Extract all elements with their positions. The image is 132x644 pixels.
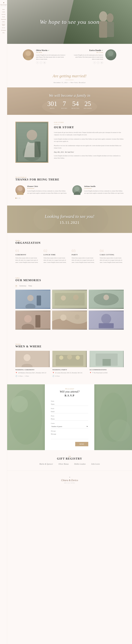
thanks-nav-dot-2[interactable] [17,198,18,199]
thanks-title: THANKS FOR BEING THERE [15,178,124,181]
memories-pre-label: Gallery [15,277,124,279]
memories-filters: All Ceremony Party [15,284,124,287]
accommodation-title: ACCOMMODATIONS [90,369,124,370]
thanks-desc-2: Lorem fringilla tincidunt at id risus co… [84,190,124,194]
bride-info: Olivia Martin ✓ The Bride Lorem Fringill… [36,49,67,64]
memory-item-6[interactable] [89,310,124,330]
svg-point-37 [60,314,67,321]
countdown-numbers: 301 DAYS 7 HOURS 54 MINUTES 25 SECONDS [47,100,92,109]
gift-logo-3[interactable]: Hobbs London [74,463,86,465]
hero-section: We hope to see you soon [7,0,132,44]
seconds-label: SECONDS [84,108,92,109]
memory-item-4[interactable] [15,310,50,330]
nav-friends[interactable]: Friends [1,16,7,18]
story-image [15,122,48,163]
nav-gift[interactable]: Gift Registry [1,30,7,31]
svg-point-31 [104,294,109,300]
bride-instagram-link[interactable]: in [43,61,46,64]
rsvp-phone-input[interactable] [51,417,88,421]
rsvp-title-italic: Will you attend? [51,390,88,394]
org-step-lunch: 02 LUNCH TIME Oisila these ipsum dolor s… [44,248,68,264]
sidebar-navigation: Home Couple Our Story Friends Organizati… [1,9,7,34]
story-para-2: Lorem fringilla tincidunt at id risus co… [54,138,124,142]
clock-icon-1: 🕐 [15,375,17,378]
svg-rect-35 [35,315,40,328]
story-subheading: Day 4th, 2011. We Said Yes! [54,151,124,153]
gift-logo-2[interactable]: Oliver Bonas [58,463,69,465]
groom-avatar [105,49,116,60]
nav-blog[interactable]: Blog [1,32,7,34]
bride-twitter-link[interactable]: t [40,61,42,64]
groom-instagram-link[interactable]: in [100,61,103,64]
filter-all[interactable]: All [15,284,17,287]
gift-registry-section: Gifts GIFT REGISTRY Marks & Spencer Oliv… [7,450,132,471]
rsvp-guests-select[interactable]: Number of guests 1 2 3 4 [51,425,88,428]
thanks-navigation [15,198,124,199]
story-image-inner [17,123,47,161]
gift-logo-1[interactable]: Marks & Spencer [39,463,53,465]
rsvp-form: Will you attend? Will you attend? R.S.V.… [45,384,94,450]
org-steps: 01 CEREMONY Oisila these ipsum dolor sit… [15,248,124,264]
rsvp-message-textarea[interactable] [51,432,88,439]
svg-point-40 [101,314,111,324]
step-title-4: CAKE CUTTING [100,254,124,256]
rsvp-submit-button[interactable]: SEND [75,442,88,446]
svg-rect-13 [35,142,40,157]
ceremony-time: 🕐 12:00pm — 5:00pm [15,375,50,378]
memory-item-3[interactable] [89,290,124,309]
svg-point-4 [26,51,31,56]
filter-ceremony[interactable]: Ceremony [19,284,26,287]
rsvp-name-input[interactable] [51,402,88,406]
rsvp-phone-label: Phone [51,415,88,417]
nav-when-where[interactable]: When & Where [1,24,7,26]
nav-rsvp[interactable]: R.S.V.P [1,27,7,29]
getting-married-headline: Are getting married! [15,74,124,78]
thanks-cards: Eleanor Chris Bridesmaid Lorem fringilla… [15,185,124,195]
groom-card: Enrico Dandie ✓ The Groom Lorem Fringill… [72,49,116,64]
rsvp-message-label: Message [51,430,88,432]
thanks-name-2: Stefano Smello [84,185,124,188]
nav-organization[interactable]: Organization [1,18,7,20]
groom-name: Enrico Dandie ✓ [72,49,103,52]
thanks-card-2: Stefano Smello Groomsman Lorem fringilla… [72,185,124,195]
thanks-nav-dot-1[interactable] [15,198,17,199]
thanks-card-1: Eleanor Chris Bridesmaid Lorem fringilla… [15,185,67,195]
countdown-title: We will become a family in [47,93,92,98]
bride-description: Lorem Fringilla leo mi elit malesuada se… [36,54,67,60]
nav-home[interactable]: Home [1,9,7,10]
location-icon-2: 📍 [52,372,54,374]
thanks-nav-dot-3[interactable] [19,198,20,199]
thanks-info-2: Stefano Smello Groomsman Lorem fringilla… [84,185,124,195]
memory-item-2[interactable] [52,290,87,309]
memory-item-1[interactable] [15,290,50,309]
org-title: ORGANIZATION [15,241,124,244]
location-icon-3: 📍 [90,372,91,374]
main-content: We hope to see you soon Olivia Martin ✓ … [7,0,132,488]
days-value: 301 [47,100,57,107]
org-step-party: 03 PARTY Oisila these ipsum dolor sit am… [72,248,96,264]
groom-facebook-link[interactable]: f [93,61,96,64]
our-story-section: Our Story OUR STORY Lorem ipsum elit get… [7,115,132,170]
nav-our-story[interactable]: Our Story [1,14,7,15]
memory-item-5[interactable] [52,310,87,330]
nav-couple[interactable]: Couple [1,11,7,13]
organization-section: Wedding ORGANIZATION 01 CEREMONY Oisila … [7,233,132,270]
story-divider [54,124,59,124]
groom-twitter-link[interactable]: t [97,61,100,64]
couple-section: Olivia Martin ✓ The Bride Lorem Fringill… [7,44,132,70]
bride-facebook-link[interactable]: f [36,61,39,64]
rsvp-field-email: Email [51,408,88,413]
looking-forward-section: Looking forward to see you! 15.11.2021 [7,206,132,233]
svg-point-43 [24,354,31,361]
rsvp-field-guests: Guests Number of guests 1 2 3 4 [51,422,88,428]
nav-gallery[interactable]: Gallery [1,21,7,22]
filter-party[interactable]: Party [28,284,32,287]
svg-rect-42 [16,351,49,367]
looking-title: Looking forward to see you! [45,214,94,219]
rsvp-email-input[interactable] [51,410,88,413]
step-desc-2: Oisila these ipsum dolor sit amet lorem … [44,257,68,264]
gift-pre-label: Gifts [15,456,124,457]
when-where-section: Questions WHEN & WHERE WEDDING CEREMONY … [7,336,132,384]
step-title-1: CEREMONY [15,254,39,256]
gift-logo-4[interactable]: John Lewis [91,463,100,465]
